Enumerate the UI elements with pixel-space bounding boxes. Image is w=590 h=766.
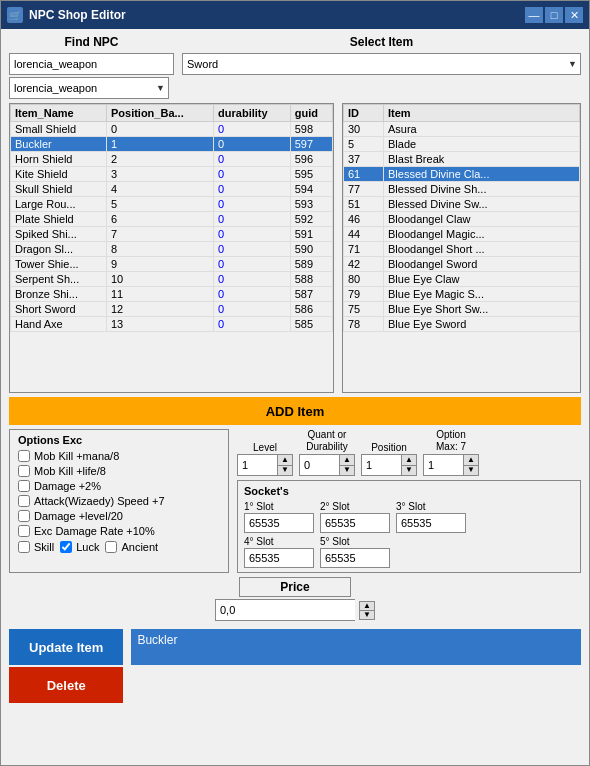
table-row[interactable]: 78Blue Eye Sword bbox=[344, 317, 580, 332]
table-row[interactable]: 61Blessed Divine Cla... bbox=[344, 167, 580, 182]
quant-dur-down-button[interactable]: ▼ bbox=[340, 466, 354, 476]
option-item[interactable]: Mob Kill +life/8 bbox=[18, 465, 220, 477]
item-search-input[interactable] bbox=[182, 53, 581, 75]
option-item[interactable]: Mob Kill +mana/8 bbox=[18, 450, 220, 462]
slot-5-input[interactable] bbox=[320, 548, 390, 568]
cell-item-name: Small Shield bbox=[11, 122, 107, 137]
table-row[interactable]: Serpent Sh...100588 bbox=[11, 272, 333, 287]
slot-3-input[interactable] bbox=[396, 513, 466, 533]
slot-2-input[interactable] bbox=[320, 513, 390, 533]
level-input[interactable] bbox=[237, 454, 277, 476]
select-item-label: Select Item bbox=[182, 35, 581, 49]
table-row[interactable]: Hand Axe130585 bbox=[11, 317, 333, 332]
table-row[interactable]: Dragon Sl...80590 bbox=[11, 242, 333, 257]
luck-option[interactable]: Luck bbox=[60, 541, 99, 553]
npc-text-input[interactable] bbox=[9, 53, 174, 75]
table-row[interactable]: Horn Shield20596 bbox=[11, 152, 333, 167]
table-row[interactable]: 80Blue Eye Claw bbox=[344, 272, 580, 287]
right-table-container: ID Item 30Asura5Blade37Blast Break61Bles… bbox=[342, 103, 581, 393]
cell-durability: 0 bbox=[214, 182, 291, 197]
cell-id: 75 bbox=[344, 302, 384, 317]
table-row[interactable]: Large Rou...50593 bbox=[11, 197, 333, 212]
luck-checkbox[interactable] bbox=[60, 541, 72, 553]
table-row[interactable]: 46Bloodangel Claw bbox=[344, 212, 580, 227]
skill-checkbox[interactable] bbox=[18, 541, 30, 553]
left-table-container: Item_Name Position_Ba... durability guid… bbox=[9, 103, 334, 393]
quant-label-line1: Quant or bbox=[308, 429, 347, 440]
close-button[interactable]: ✕ bbox=[565, 7, 583, 23]
table-row[interactable]: Kite Shield30595 bbox=[11, 167, 333, 182]
right-table-scroll[interactable]: ID Item 30Asura5Blade37Blast Break61Bles… bbox=[343, 104, 580, 392]
cell-item-name: Buckler bbox=[11, 137, 107, 152]
price-down-button[interactable]: ▼ bbox=[360, 611, 374, 619]
table-row[interactable]: Small Shield00598 bbox=[11, 122, 333, 137]
options-list: Mob Kill +mana/8Mob Kill +life/8Damage +… bbox=[18, 450, 220, 537]
cell-id: 71 bbox=[344, 242, 384, 257]
position-down-button[interactable]: ▼ bbox=[402, 466, 416, 476]
option-item[interactable]: Damage +level/20 bbox=[18, 510, 220, 522]
update-item-button[interactable]: Update Item bbox=[9, 629, 123, 665]
table-row[interactable]: 30Asura bbox=[344, 122, 580, 137]
table-row[interactable]: Bronze Shi...110587 bbox=[11, 287, 333, 302]
option-item[interactable]: Damage +2% bbox=[18, 480, 220, 492]
option-down-button[interactable]: ▼ bbox=[464, 466, 478, 476]
npc-dropdown-wrapper: lorencia_weapon ▼ bbox=[9, 77, 169, 99]
option-item[interactable]: Exc Damage Rate +10% bbox=[18, 525, 220, 537]
ancient-checkbox[interactable] bbox=[105, 541, 117, 553]
quant-dur-input[interactable] bbox=[299, 454, 339, 476]
main-window: 🛒 NPC Shop Editor — □ ✕ Find NPC lorenci… bbox=[0, 0, 590, 766]
option-label: Mob Kill +mana/8 bbox=[34, 450, 119, 462]
table-row[interactable]: Buckler10597 bbox=[11, 137, 333, 152]
npc-dropdown[interactable]: lorencia_weapon bbox=[9, 77, 169, 99]
table-row[interactable]: 77Blessed Divine Sh... bbox=[344, 182, 580, 197]
skill-option[interactable]: Skill bbox=[18, 541, 54, 553]
level-down-button[interactable]: ▼ bbox=[278, 466, 292, 476]
right-table-body: 30Asura5Blade37Blast Break61Blessed Divi… bbox=[344, 122, 580, 332]
slot-2-group: 2° Slot bbox=[320, 501, 390, 533]
add-item-button[interactable]: ADD Item bbox=[9, 397, 581, 425]
option-up-button[interactable]: ▲ bbox=[464, 455, 478, 466]
slot-4-input[interactable] bbox=[244, 548, 314, 568]
slot-1-input[interactable] bbox=[244, 513, 314, 533]
cell-position: 9 bbox=[106, 257, 213, 272]
minimize-button[interactable]: — bbox=[525, 7, 543, 23]
table-row[interactable]: 44Bloodangel Magic... bbox=[344, 227, 580, 242]
level-up-button[interactable]: ▲ bbox=[278, 455, 292, 466]
table-row[interactable]: 51Blessed Divine Sw... bbox=[344, 197, 580, 212]
top-section: Find NPC lorencia_weapon ▼ Select Item ▼ bbox=[9, 35, 581, 99]
option-checkbox[interactable] bbox=[18, 465, 30, 477]
cell-item: Blue Eye Claw bbox=[384, 272, 580, 287]
cell-id: 80 bbox=[344, 272, 384, 287]
option-label-line1: Option bbox=[436, 429, 465, 440]
option-input[interactable] bbox=[423, 454, 463, 476]
table-row[interactable]: Skull Shield40594 bbox=[11, 182, 333, 197]
price-input[interactable] bbox=[215, 599, 355, 621]
table-row[interactable]: Plate Shield60592 bbox=[11, 212, 333, 227]
table-row[interactable]: 75Blue Eye Short Sw... bbox=[344, 302, 580, 317]
position-input[interactable] bbox=[361, 454, 401, 476]
cell-guid: 587 bbox=[290, 287, 332, 302]
option-checkbox[interactable] bbox=[18, 495, 30, 507]
quant-dur-spinner-wrapper: ▲ ▼ bbox=[299, 454, 355, 476]
table-row[interactable]: 5Blade bbox=[344, 137, 580, 152]
option-checkbox[interactable] bbox=[18, 450, 30, 462]
option-item[interactable]: Attack(Wizaedy) Speed +7 bbox=[18, 495, 220, 507]
left-table-scroll[interactable]: Item_Name Position_Ba... durability guid… bbox=[10, 104, 333, 392]
luck-label: Luck bbox=[76, 541, 99, 553]
table-row[interactable]: Short Sword120586 bbox=[11, 302, 333, 317]
option-checkbox[interactable] bbox=[18, 480, 30, 492]
option-checkbox[interactable] bbox=[18, 525, 30, 537]
position-up-button[interactable]: ▲ bbox=[402, 455, 416, 466]
table-row[interactable]: Tower Shie...90589 bbox=[11, 257, 333, 272]
table-row[interactable]: 79Blue Eye Magic S... bbox=[344, 287, 580, 302]
table-row[interactable]: 71Bloodangel Short ... bbox=[344, 242, 580, 257]
cell-item: Blessed Divine Sw... bbox=[384, 197, 580, 212]
table-row[interactable]: Spiked Shi...70591 bbox=[11, 227, 333, 242]
ancient-option[interactable]: Ancient bbox=[105, 541, 158, 553]
table-row[interactable]: 37Blast Break bbox=[344, 152, 580, 167]
quant-dur-up-button[interactable]: ▲ bbox=[340, 455, 354, 466]
delete-button[interactable]: Delete bbox=[9, 667, 123, 703]
option-checkbox[interactable] bbox=[18, 510, 30, 522]
table-row[interactable]: 42Bloodangel Sword bbox=[344, 257, 580, 272]
maximize-button[interactable]: □ bbox=[545, 7, 563, 23]
